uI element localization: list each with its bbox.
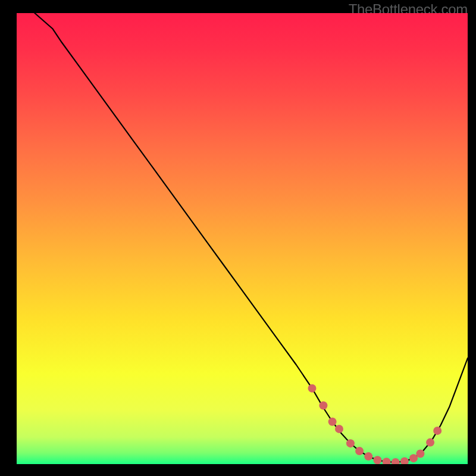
marker-dot: [328, 418, 337, 426]
marker-dot: [346, 439, 355, 447]
marker-dot: [364, 452, 372, 461]
marker-dot: [355, 447, 364, 455]
marker-dot: [335, 425, 343, 433]
bottleneck-chart: [17, 13, 468, 464]
marker-dot: [416, 450, 424, 458]
marker-dot: [426, 439, 434, 447]
marker-dot: [409, 454, 418, 462]
marker-dot: [373, 456, 381, 464]
gradient-background: [17, 13, 468, 464]
marker-dot: [433, 427, 441, 435]
marker-dot: [319, 401, 327, 409]
chart-frame: [17, 13, 468, 464]
marker-dot: [308, 384, 316, 393]
